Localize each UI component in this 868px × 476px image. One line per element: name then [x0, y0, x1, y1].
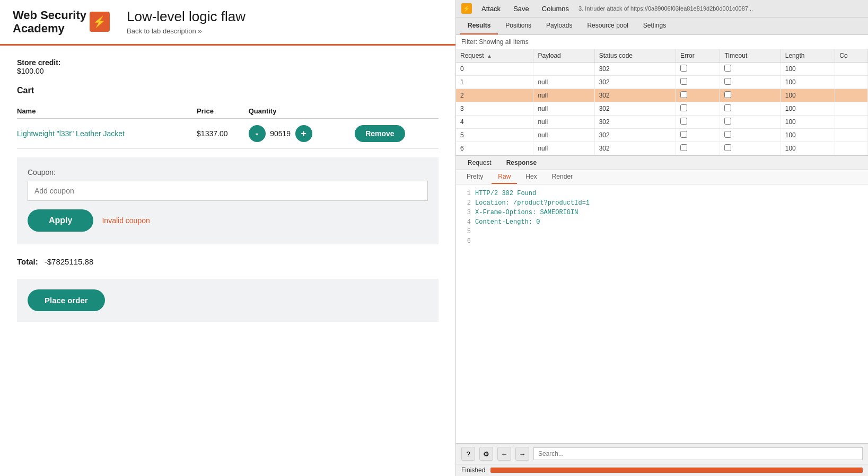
- burp-url: 3. Intruder attack of https://0a89006f03…: [578, 5, 863, 12]
- table-row[interactable]: 4null302100: [456, 116, 868, 129]
- th-request[interactable]: Request ▲: [456, 49, 533, 63]
- row-checkbox[interactable]: [724, 131, 731, 138]
- product-link[interactable]: Lightweight "l33t" Leather Jacket: [17, 129, 125, 138]
- row-checkbox[interactable]: [724, 91, 731, 98]
- row-checkbox[interactable]: [680, 131, 687, 138]
- header-title-area: Low-level logic flaw Back to lab descrip…: [127, 8, 246, 35]
- th-length[interactable]: Length: [781, 49, 835, 63]
- tab-request[interactable]: Request: [460, 156, 499, 170]
- row-checkbox[interactable]: [680, 104, 687, 111]
- logo-text-web: Web SecurityAcademy: [13, 8, 86, 36]
- coupon-label: Coupon:: [28, 168, 428, 177]
- table-row[interactable]: 1null302100: [456, 76, 868, 89]
- th-payload[interactable]: Payload: [533, 49, 594, 63]
- help-btn[interactable]: ?: [461, 447, 475, 461]
- sort-arrow-request: ▲: [487, 53, 492, 59]
- row-co: [835, 129, 868, 142]
- back-link[interactable]: Back to lab description »: [127, 27, 246, 35]
- total-label: Total:: [17, 257, 38, 266]
- tab-response[interactable]: Response: [499, 156, 544, 170]
- response-line: 1HTTP/2 302 Found: [462, 189, 862, 198]
- sub-tabs: Pretty Raw Hex Render: [456, 170, 868, 184]
- tab-resource-pool[interactable]: Resource pool: [580, 17, 635, 34]
- coupon-input[interactable]: [28, 181, 428, 201]
- qty-decrease-btn[interactable]: -: [249, 125, 266, 142]
- row-status: 302: [594, 76, 676, 89]
- tab-settings[interactable]: Settings: [636, 17, 673, 34]
- row-checkbox[interactable]: [724, 65, 731, 72]
- cart-heading: Cart: [17, 86, 439, 95]
- tab-positions[interactable]: Positions: [498, 17, 539, 34]
- row-checkbox[interactable]: [680, 91, 687, 98]
- row-status: 302: [594, 129, 676, 142]
- subtab-hex[interactable]: Hex: [519, 170, 543, 184]
- left-panel: Web SecurityAcademy ⚡ Low-level logic fl…: [0, 0, 456, 476]
- line-text: X-Frame-Options: SAMEORIGIN: [475, 208, 578, 217]
- line-number: 6: [462, 236, 471, 246]
- place-order-section: Place order: [17, 279, 439, 322]
- settings-btn[interactable]: ⚙: [479, 447, 493, 461]
- row-checkbox[interactable]: [724, 78, 731, 85]
- row-checkbox[interactable]: [724, 144, 731, 151]
- table-row[interactable]: 6null302100: [456, 142, 868, 155]
- tab-payloads[interactable]: Payloads: [539, 17, 580, 34]
- table-row[interactable]: 5null302100: [456, 129, 868, 142]
- table-row[interactable]: 3null302100: [456, 102, 868, 116]
- bottom-toolbar: ? ⚙ ← →: [456, 443, 868, 464]
- back-btn[interactable]: ←: [497, 447, 511, 461]
- remove-btn[interactable]: Remove: [355, 125, 405, 142]
- col-name: Name: [17, 104, 197, 119]
- subtab-render[interactable]: Render: [546, 170, 579, 184]
- columns-btn[interactable]: Columns: [539, 4, 572, 14]
- subtab-raw[interactable]: Raw: [492, 170, 517, 184]
- attack-btn[interactable]: Attack: [478, 4, 504, 14]
- line-number: 5: [462, 227, 471, 236]
- row-length: 100: [781, 142, 835, 155]
- row-co: [835, 142, 868, 155]
- apply-btn[interactable]: Apply: [28, 209, 93, 232]
- line-text: HTTP/2 302 Found: [475, 189, 536, 198]
- save-btn[interactable]: Save: [510, 4, 532, 14]
- col-quantity: Quantity: [249, 104, 355, 119]
- forward-btn[interactable]: →: [515, 447, 529, 461]
- row-checkbox[interactable]: [680, 144, 687, 151]
- row-status: 302: [594, 116, 676, 129]
- th-co[interactable]: Co: [835, 49, 868, 63]
- table-row[interactable]: 0302100: [456, 63, 868, 76]
- row-co: [835, 63, 868, 76]
- line-text: Content-Length: 0: [475, 217, 540, 227]
- line-number: 4: [462, 217, 471, 227]
- total-amount: -$7825115.88: [45, 257, 94, 266]
- qty-increase-btn[interactable]: +: [295, 125, 312, 142]
- row-checkbox[interactable]: [724, 104, 731, 111]
- search-input[interactable]: [533, 447, 863, 460]
- place-order-btn[interactable]: Place order: [28, 289, 105, 311]
- row-checkbox[interactable]: [724, 118, 731, 125]
- table-row[interactable]: 2null302100: [456, 89, 868, 102]
- row-checkbox[interactable]: [680, 78, 687, 85]
- response-line: 5: [462, 227, 862, 236]
- row-request: 6: [456, 142, 533, 155]
- response-line: 6: [462, 236, 862, 246]
- row-checkbox[interactable]: [680, 65, 687, 72]
- row-request: 1: [456, 76, 533, 89]
- th-status[interactable]: Status code: [594, 49, 676, 63]
- response-line: 2Location: /product?productId=1: [462, 198, 862, 208]
- coupon-section: Coupon: Apply Invalid coupon: [17, 157, 439, 244]
- row-payload: null: [533, 89, 594, 102]
- row-checkbox[interactable]: [680, 118, 687, 125]
- store-credit-amount: $100.00: [17, 67, 439, 75]
- row-request: 4: [456, 116, 533, 129]
- row-co: [835, 116, 868, 129]
- row-request: 5: [456, 129, 533, 142]
- subtab-pretty[interactable]: Pretty: [460, 170, 489, 184]
- status-text: Finished: [461, 466, 485, 474]
- results-table-container[interactable]: Request ▲ Payload Status code Error Time…: [456, 49, 868, 155]
- row-payload: null: [533, 129, 594, 142]
- line-number: 3: [462, 208, 471, 217]
- th-timeout[interactable]: Timeout: [720, 49, 781, 63]
- row-request: 3: [456, 102, 533, 116]
- tab-results[interactable]: Results: [460, 17, 498, 34]
- th-error[interactable]: Error: [676, 49, 720, 63]
- cart-table: Name Price Quantity Lightweight "l33t" L…: [17, 104, 439, 149]
